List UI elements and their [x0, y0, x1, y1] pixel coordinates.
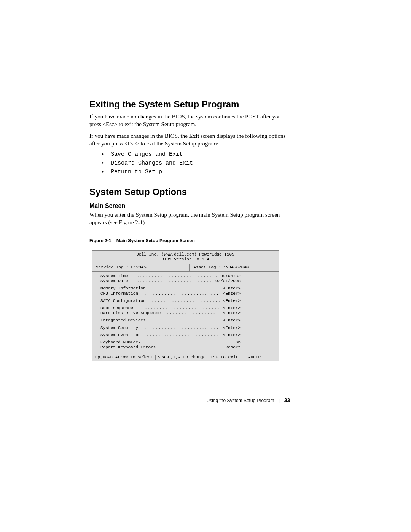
bios-row-label: SATA Configuration	[100, 299, 151, 304]
bios-row: Memory Information .....................…	[100, 286, 275, 291]
bios-row-label: Boot Sequence	[100, 306, 138, 311]
bios-row: Keyboard NumLock .......................…	[100, 340, 275, 345]
asset-tag-label: Asset Tag :	[193, 265, 223, 270]
bios-row-value: 03/01/2008	[213, 279, 275, 284]
bios-row-value: <Enter>	[220, 291, 275, 296]
bios-row: Hard-Disk Drive Sequence ...............…	[100, 311, 275, 316]
asset-tag-value: 1234567890	[223, 265, 249, 270]
page-footer-title: Using the System Setup Program	[207, 398, 274, 403]
bios-row-dots: ........................................…	[133, 274, 218, 279]
bios-row: SATA Configuration .....................…	[100, 299, 275, 304]
bios-row-value: Report	[223, 345, 275, 350]
bios-tag-row: Service Tag : E123456 Asset Tag : 123456…	[92, 264, 279, 272]
paragraph-2a: If you have made changes in the BIOS, th…	[89, 133, 189, 139]
bios-row-dots: ........................................…	[143, 291, 220, 296]
bios-row-dots: ........................................…	[138, 306, 220, 311]
bios-row-value: <Enter>	[220, 326, 275, 331]
bios-row: System Security ........................…	[100, 326, 275, 331]
paragraph-1: If you have made no changes in the BIOS,…	[89, 113, 289, 128]
bios-row-label: Memory Information	[100, 286, 151, 291]
bios-row: CPU Information ........................…	[100, 291, 275, 296]
bios-row-value: 09:04:32	[218, 274, 275, 279]
bios-footer-seg: SPACE,+,- to change	[155, 355, 208, 360]
bios-row: Report Keyboard Errors .................…	[100, 345, 275, 350]
bios-row-label: Integrated Devices	[100, 318, 151, 323]
asset-tag-cell: Asset Tag : 1234567890	[190, 264, 279, 271]
bios-row-value: <Enter>	[220, 286, 275, 291]
bios-row-dots: ........................................…	[143, 326, 220, 331]
paragraph-3: When you enter the System Setup program,…	[89, 211, 289, 227]
service-tag-label: Service Tag :	[96, 265, 131, 270]
bios-row-value: On	[233, 340, 275, 345]
bios-row-label: CPU Information	[100, 291, 143, 296]
bios-row-dots: ........................................…	[151, 318, 220, 323]
page-footer-bar: |	[279, 398, 280, 403]
figure-caption-label: Figure 2-1.	[89, 238, 113, 243]
bios-row-dots: ........................................…	[133, 279, 213, 284]
bios-content: System Time ............................…	[92, 272, 279, 354]
bios-header-line2: BIOS Version: 0.1.4	[94, 257, 276, 262]
bios-row-dots: ........................................…	[146, 340, 233, 345]
figure-caption: Figure 2-1. Main System Setup Program Sc…	[89, 238, 289, 243]
bios-row-label: Keyboard NumLock	[100, 340, 146, 345]
bios-screen: Dell Inc. (www.dell.com) PowerEdge T105 …	[92, 250, 279, 361]
bios-footer: Up,Down Arrow to select SPACE,+,- to cha…	[92, 354, 279, 361]
bios-row-value: <Enter>	[220, 299, 275, 304]
heading-main-screen: Main Screen	[89, 203, 289, 209]
bios-footer-seg: Up,Down Arrow to select	[95, 355, 155, 360]
bios-row: Boot Sequence ..........................…	[100, 306, 275, 311]
bios-row-label: System Event Log	[100, 333, 146, 338]
bios-row-dots: ........................................…	[166, 311, 221, 316]
bios-footer-seg: ESC to exit	[208, 355, 241, 360]
bios-header-line1: Dell Inc. (www.dell.com) PowerEdge T105	[94, 252, 276, 257]
bios-row-value: <Enter>	[220, 333, 275, 338]
paragraph-2: If you have made changes in the BIOS, th…	[89, 132, 289, 148]
bios-row-value: <Enter>	[220, 318, 275, 323]
bios-row-dots: ........................................…	[151, 299, 220, 304]
page-number: 33	[284, 397, 290, 403]
service-tag-value: E123456	[131, 265, 148, 270]
figure-caption-title: Main System Setup Program Screen	[116, 238, 195, 243]
bios-row-value: <Enter>	[220, 306, 275, 311]
bios-row: System Date ............................…	[100, 279, 275, 284]
bios-row: Integrated Devices .....................…	[100, 318, 275, 323]
bios-row-dots: ........................................…	[146, 333, 220, 338]
bios-row-label: System Date	[100, 279, 133, 284]
bios-row: System Event Log .......................…	[100, 333, 275, 338]
bios-row-value: <Enter>	[220, 311, 275, 316]
heading-options: System Setup Options	[89, 187, 289, 197]
bios-row-dots: ........................................…	[161, 345, 223, 350]
bios-row-label: Report Keyboard Errors	[100, 345, 161, 350]
heading-exiting: Exiting the System Setup Program	[89, 99, 289, 110]
bios-row-label: System Time	[100, 274, 133, 279]
bios-row-label: System Security	[100, 326, 143, 331]
bios-row-label: Hard-Disk Drive Sequence	[100, 311, 166, 316]
exit-options-list: Save Changes and Exit Discard Changes an…	[102, 151, 289, 175]
bios-row-dots: ........................................…	[151, 286, 220, 291]
page-footer: Using the System Setup Program | 33	[207, 397, 290, 403]
document-page: Exiting the System Setup Program If you …	[0, 0, 411, 532]
bios-row: System Time ............................…	[100, 274, 275, 279]
bios-footer-seg: F1=HELP	[241, 355, 263, 360]
bios-header: Dell Inc. (www.dell.com) PowerEdge T105 …	[92, 251, 279, 264]
exit-option-item: Return to Setup	[102, 169, 289, 175]
exit-option-item: Save Changes and Exit	[102, 151, 289, 158]
exit-option-item: Discard Changes and Exit	[102, 160, 289, 166]
service-tag-cell: Service Tag : E123456	[92, 264, 190, 271]
exit-bold: Exit	[189, 133, 199, 139]
